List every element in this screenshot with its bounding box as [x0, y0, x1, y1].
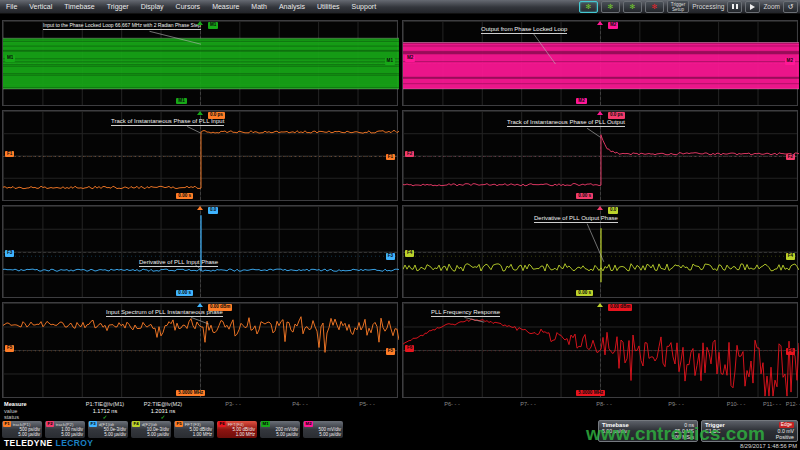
measure-column-4[interactable]: P4- - - [268, 401, 332, 408]
F3-bottom-badge[interactable]: 0.00 s [176, 290, 193, 297]
input-signal-waveform [3, 21, 399, 107]
descriptor-M2[interactable]: M2500 mV/div5.00 µs/div [303, 421, 343, 438]
trigger-setup-button[interactable]: Trigger Setup [667, 0, 689, 13]
F5-bottom-badge[interactable]: 5.0000 MHz [176, 390, 205, 397]
menu-file[interactable]: File [0, 3, 23, 10]
pause-button[interactable] [727, 1, 742, 13]
descriptor-F1[interactable]: F1track(P1)500 ps/div5.00 µs/div [2, 421, 42, 438]
descriptor-F3[interactable]: F3d(F1)/dt50.0e-3/div5.00 µs/div [88, 421, 128, 438]
measure-column-3[interactable]: P3- - - [201, 401, 265, 408]
F4-left-badge[interactable]: F4 [405, 250, 414, 257]
menu-display[interactable]: Display [135, 3, 170, 10]
descriptor-M1[interactable]: M1200 mV/div5.00 µs/div [260, 421, 300, 438]
descriptor-F6[interactable]: F6FFT(F4)5.00 dB/div1.00 MHz [217, 421, 257, 438]
panel-output-signal[interactable]: Output from Phase Locked LoopM2M2M2M2 [402, 20, 798, 106]
F3-left-badge[interactable]: F3 [5, 250, 14, 257]
F6-left-badge[interactable]: F6 [405, 345, 414, 352]
menu-support[interactable]: Support [346, 3, 383, 10]
F5-right-badge[interactable]: F5 [386, 348, 395, 355]
M1-right-badge[interactable]: M1 [385, 58, 395, 65]
descriptor-F5[interactable]: F5FFT(F3)5.00 dB/div1.00 MHz [174, 421, 214, 438]
measure-column-5[interactable]: P5- - - [335, 401, 399, 408]
menu-utilities[interactable]: Utilities [311, 3, 346, 10]
menu-vertical[interactable]: Vertical [23, 3, 58, 10]
F3-top-badge[interactable]: 0.0 [208, 207, 218, 214]
M2-left-badge[interactable]: M2 [405, 55, 415, 62]
F4-right-badge[interactable]: F4 [786, 253, 795, 260]
M1-left-badge[interactable]: M1 [5, 55, 15, 62]
F6-right-badge[interactable]: F6 [786, 348, 795, 355]
F5-left-badge[interactable]: F5 [5, 345, 14, 352]
F5-top-badge[interactable]: 0.00 dBm [208, 304, 232, 311]
panel-track-input[interactable]: Track of Instantaneous Phase of PLL Inpu… [2, 110, 398, 201]
menu-measure[interactable]: Measure [206, 3, 245, 10]
F1-left-badge[interactable]: F1 [5, 151, 14, 158]
panel-spectrum-input[interactable]: Input Spectrum of PLL Instantaneous phas… [2, 302, 398, 398]
menu-analysis[interactable]: Analysis [273, 3, 311, 10]
measure-column-7[interactable]: P7- - - [496, 401, 560, 408]
F2-top-badge[interactable]: 0.0 ps [608, 112, 625, 119]
measure-column-2[interactable]: P2:TIE@lv(M2)1.2031 ns✓ [131, 401, 195, 420]
measure-column-1[interactable]: P1:TIE@lv(M1)1.1712 ns✓ [73, 401, 137, 420]
panel-input-signal[interactable]: Input to the Phase Locked Loop 66.667 MH… [2, 20, 398, 106]
app-shortcut-button-1[interactable]: ✻ [579, 1, 598, 13]
panel-track-output[interactable]: Track of Instantaneous Phase of PLL Outp… [402, 110, 798, 201]
M1-top-badge[interactable]: M1 [208, 22, 218, 29]
F1-top-badge[interactable]: 0.0 ps [208, 112, 225, 119]
descriptor-F2[interactable]: F2track(P2)1.00 ns/div5.00 µs/div [45, 421, 85, 438]
F4-top-badge[interactable]: 0.0 [608, 207, 618, 214]
F6-bottom-badge[interactable]: 5.0000 MHz [576, 390, 605, 397]
F6-top-badge[interactable]: 0.00 dBm [608, 304, 632, 311]
input-signal-annotation: Input to the Phase Locked Loop 66.667 MH… [43, 22, 201, 30]
F1-right-badge[interactable]: F1 [386, 154, 395, 161]
menu-math[interactable]: Math [245, 3, 273, 10]
menu-timebase[interactable]: Timebase [58, 3, 100, 10]
pause-icon [732, 4, 734, 9]
M2-bottom-badge[interactable]: M2 [576, 98, 586, 105]
F2-bottom-badge[interactable]: 0.00 s [576, 193, 593, 200]
descriptor-timebase: 1.00 MHz [218, 432, 256, 437]
menu-trigger[interactable]: Trigger [101, 3, 135, 10]
M2-top-badge[interactable]: M2 [608, 22, 618, 29]
descriptor-title: track(P2) [56, 422, 74, 427]
trigger-position-marker[interactable] [197, 303, 203, 307]
trigger-position-marker[interactable] [197, 111, 203, 115]
panel-freq-response[interactable]: PLL Frequency ResponseF6F60.00 dBm5.0000… [402, 302, 798, 398]
app-shortcut-button-4[interactable]: ✻ [645, 1, 664, 13]
measure-column-6[interactable]: P6- - - [420, 401, 484, 408]
measure-column-9[interactable]: P9- - - [644, 401, 708, 408]
panel-deriv-input[interactable]: Derivative of PLL Input PhaseF3F30.00.00… [2, 205, 398, 298]
trigger-position-marker[interactable] [597, 21, 603, 25]
app-shortcut-button-3[interactable]: ✻ [623, 1, 642, 13]
F2-right-badge[interactable]: F2 [786, 154, 795, 161]
app-shortcut-button-2[interactable]: ✻ [601, 1, 620, 13]
lecroy-wordmark: LECROY [56, 438, 94, 448]
M1-bottom-badge[interactable]: M1 [176, 98, 186, 105]
trigger-position-marker[interactable] [197, 21, 203, 25]
measure-status: ✓ [73, 414, 137, 420]
trigger-position-marker[interactable] [597, 303, 603, 307]
trace-tab-F1: F1 [3, 421, 11, 427]
undo-button[interactable]: ↺ [783, 1, 798, 13]
measure-name: P3- - - [201, 401, 265, 408]
output-signal-annotation: Output from Phase Locked Loop [481, 26, 567, 34]
descriptor-F4[interactable]: F4d(F2)/dt10.0e-3/div5.00 µs/div [131, 421, 171, 438]
panel-deriv-output[interactable]: Derivative of PLL Output PhaseF4F40.00.0… [402, 205, 798, 298]
deriv-input-annotation: Derivative of PLL Input Phase [139, 259, 218, 267]
play-button[interactable] [745, 1, 760, 13]
trigger-position-marker[interactable] [197, 206, 203, 210]
measure-column-12[interactable]: P12- - - [778, 401, 800, 408]
menu-cursors[interactable]: Cursors [170, 3, 207, 10]
descriptor-title: track(P1) [13, 422, 31, 427]
measure-column-10[interactable]: P10- - - [719, 401, 753, 408]
measure-column-8[interactable]: P8- - - [572, 401, 636, 408]
red-flower-icon: ✻ [651, 3, 657, 10]
trigger-position-marker[interactable] [597, 206, 603, 210]
M2-right-badge[interactable]: M2 [785, 58, 795, 65]
F2-left-badge[interactable]: F2 [405, 151, 414, 158]
F1-bottom-badge[interactable]: 0.00 s [176, 193, 193, 200]
trigger-position-marker[interactable] [597, 111, 603, 115]
descriptor-timebase: 5.00 µs/div [89, 432, 127, 437]
F4-bottom-badge[interactable]: 0.00 s [576, 290, 593, 297]
F3-right-badge[interactable]: F3 [386, 253, 395, 260]
